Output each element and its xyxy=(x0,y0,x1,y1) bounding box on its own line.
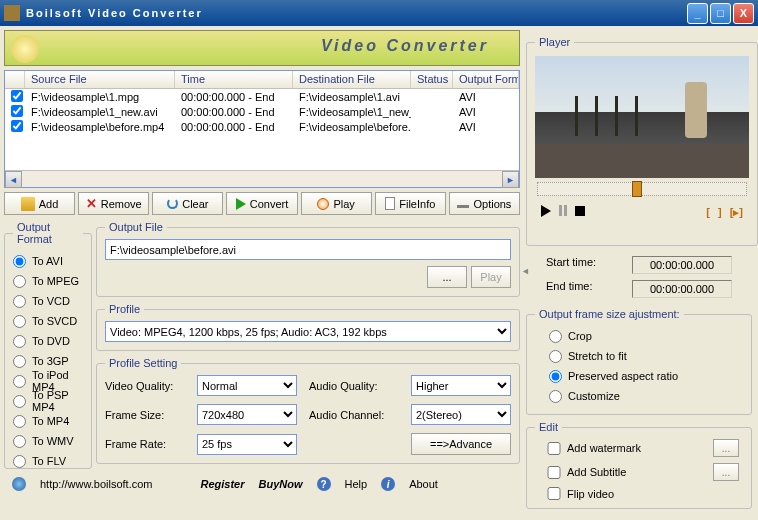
vq-select[interactable]: Normal xyxy=(197,375,297,396)
format-radio[interactable] xyxy=(13,275,26,288)
col-status[interactable]: Status xyxy=(411,71,453,88)
seek-thumb[interactable] xyxy=(632,181,642,197)
browse-button[interactable]: ... xyxy=(427,266,467,288)
adjust-option[interactable]: Crop xyxy=(549,326,743,346)
watermark-browse-button[interactable]: ... xyxy=(713,439,739,457)
watermark-checkbox[interactable] xyxy=(545,442,563,455)
add-button[interactable]: Add xyxy=(4,192,75,215)
about-link[interactable]: About xyxy=(409,478,438,490)
format-option[interactable]: To iPod MP4 xyxy=(13,371,83,391)
col-source[interactable]: Source File xyxy=(25,71,175,88)
cell-format: AVI xyxy=(453,91,503,103)
h-scrollbar[interactable]: ◄ ► xyxy=(5,170,519,187)
fileinfo-button[interactable]: FileInfo xyxy=(375,192,446,215)
scroll-left-icon[interactable]: ◄ xyxy=(5,171,22,188)
website-link[interactable]: http://www.boilsoft.com xyxy=(40,478,153,490)
aq-select[interactable]: Higher xyxy=(411,375,511,396)
adjust-option[interactable]: Customize xyxy=(549,386,743,406)
adjust-option[interactable]: Preserved aspect ratio xyxy=(549,366,743,386)
cell-dest: F:\videosample\1.avi xyxy=(293,91,411,103)
output-path-input[interactable] xyxy=(105,239,511,260)
format-radio[interactable] xyxy=(13,455,26,468)
subtitle-browse-button[interactable]: ... xyxy=(713,463,739,481)
player-pause-icon[interactable] xyxy=(559,205,567,216)
format-label: To AVI xyxy=(32,255,63,267)
format-option[interactable]: To WMV xyxy=(13,431,83,451)
format-radio[interactable] xyxy=(13,295,26,308)
minimize-button[interactable]: _ xyxy=(687,3,708,24)
col-time[interactable]: Time xyxy=(175,71,293,88)
start-time-value[interactable]: 00:00:00.000 xyxy=(632,256,732,274)
adjust-radio[interactable] xyxy=(549,330,562,343)
play-button[interactable]: Play xyxy=(301,192,372,215)
clear-button[interactable]: Clear xyxy=(152,192,223,215)
row-checkbox[interactable] xyxy=(11,105,23,117)
advance-button[interactable]: ==>Advance xyxy=(411,433,511,455)
profile-setting-group: Profile Setting Video Quality: Normal Au… xyxy=(96,357,520,464)
col-format[interactable]: Output Format xyxy=(453,71,519,88)
flip-checkbox[interactable] xyxy=(545,487,563,500)
file-icon xyxy=(385,197,395,210)
profile-select[interactable]: Video: MPEG4, 1200 kbps, 25 fps; Audio: … xyxy=(105,321,511,342)
adjust-radio[interactable] xyxy=(549,370,562,383)
subtitle-label: Add Subtitle xyxy=(567,466,709,478)
table-row[interactable]: F:\videosample\1.mpg 00:00:00.000 - End … xyxy=(5,89,519,104)
format-option[interactable]: To SVCD xyxy=(13,311,83,331)
info-icon: i xyxy=(381,477,395,491)
adjust-radio[interactable] xyxy=(549,390,562,403)
format-option[interactable]: To PSP MP4 xyxy=(13,391,83,411)
format-option[interactable]: To VCD xyxy=(13,291,83,311)
watermark-label: Add watermark xyxy=(567,442,709,454)
format-radio[interactable] xyxy=(13,395,26,408)
format-option[interactable]: To MP4 xyxy=(13,411,83,431)
maximize-button[interactable]: □ xyxy=(710,3,731,24)
banner-text: Video Converter xyxy=(321,37,489,55)
format-radio[interactable] xyxy=(13,315,26,328)
format-option[interactable]: To AVI xyxy=(13,251,83,271)
adjust-option[interactable]: Stretch to fit xyxy=(549,346,743,366)
format-radio[interactable] xyxy=(13,435,26,448)
format-radio[interactable] xyxy=(13,415,26,428)
adjust-radio[interactable] xyxy=(549,350,562,363)
mark-out-icon[interactable]: ] xyxy=(718,206,730,218)
format-radio[interactable] xyxy=(13,375,26,388)
col-check[interactable] xyxy=(5,71,25,88)
scroll-right-icon[interactable]: ► xyxy=(502,171,519,188)
table-row[interactable]: F:\videosample\1_new.avi 00:00:00.000 - … xyxy=(5,104,519,119)
col-dest[interactable]: Destination File xyxy=(293,71,411,88)
format-option[interactable]: To 3GP xyxy=(13,351,83,371)
refresh-icon xyxy=(167,198,178,209)
format-radio[interactable] xyxy=(13,335,26,348)
seek-slider[interactable] xyxy=(537,182,747,196)
buynow-link[interactable]: BuyNow xyxy=(259,478,303,490)
convert-button[interactable]: Convert xyxy=(226,192,297,215)
subtitle-checkbox[interactable] xyxy=(545,466,563,479)
fs-select[interactable]: 720x480 xyxy=(197,404,297,425)
titlebar[interactable]: Boilsoft Video Converter _ □ X xyxy=(0,0,758,26)
mark-in-icon[interactable]: [ xyxy=(706,206,718,218)
format-option[interactable]: To DVD xyxy=(13,331,83,351)
format-radio[interactable] xyxy=(13,355,26,368)
ac-select[interactable]: 2(Stereo) xyxy=(411,404,511,425)
file-table[interactable]: Source File Time Destination File Status… xyxy=(4,70,520,188)
player-play-icon[interactable] xyxy=(541,205,551,217)
remove-button[interactable]: ✕Remove xyxy=(78,192,149,215)
fr-select[interactable]: 25 fps xyxy=(197,434,297,455)
format-option[interactable]: To FLV xyxy=(13,451,83,471)
end-time-value[interactable]: 00:00:00.000 xyxy=(632,280,732,298)
mark-next-icon[interactable]: [▸] xyxy=(730,206,743,218)
flip-label: Flip video xyxy=(567,488,709,500)
table-row[interactable]: F:\videosample\before.mp4 00:00:00.000 -… xyxy=(5,119,519,134)
banner: Video Converter xyxy=(4,30,520,66)
format-option[interactable]: To MPEG xyxy=(13,271,83,291)
row-checkbox[interactable] xyxy=(11,120,23,132)
row-checkbox[interactable] xyxy=(11,90,23,102)
fs-label: Frame Size: xyxy=(105,409,185,421)
register-link[interactable]: Register xyxy=(201,478,245,490)
video-preview[interactable] xyxy=(535,56,749,178)
close-button[interactable]: X xyxy=(733,3,754,24)
options-button[interactable]: Options xyxy=(449,192,520,215)
format-radio[interactable] xyxy=(13,255,26,268)
player-stop-icon[interactable] xyxy=(575,206,585,216)
help-link[interactable]: Help xyxy=(345,478,368,490)
